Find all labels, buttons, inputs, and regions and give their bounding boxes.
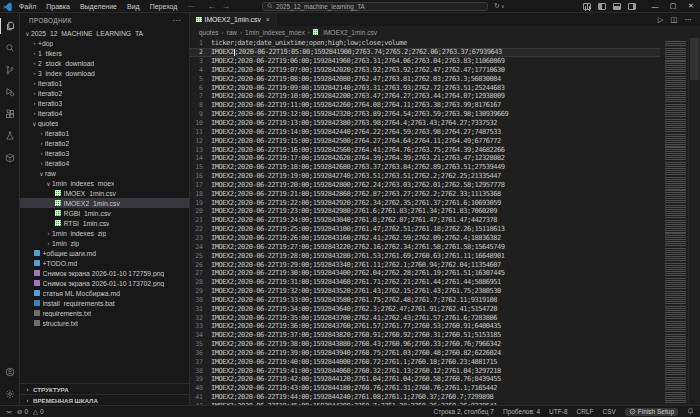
line-number[interactable]: 42 [190,402,211,405]
line-number[interactable]: 8 [190,101,211,109]
tree-item[interactable]: статья ML Мосбиржа.md [20,288,189,298]
code-line[interactable]: 30IMOEX2;2020-06-22T19:33:00;1592843580;… [190,295,660,304]
vertical-scrollbar[interactable] [688,38,700,405]
code-line[interactable]: 24IMOEX2;2020-06-22T19:27:00;1592843220;… [190,242,660,251]
code-line[interactable]: 38IMOEX2;2020-06-22T19:41:00;1592844060;… [190,366,660,375]
line-number[interactable]: 1 [190,39,211,47]
line-number[interactable]: 38 [190,367,211,375]
code-line[interactable]: 36IMOEX2;2020-06-22T19:39:00;1592843940;… [190,349,660,358]
search-icon[interactable] [0,37,20,59]
menu-overflow-icon[interactable]: ··· [182,3,199,10]
code-line[interactable]: 13IMOEX2;2020-06-22T19:16:00;1592842560;… [190,145,660,154]
tree-item[interactable]: IMOEX2_1min.csv [20,198,189,208]
line-number[interactable]: 31 [190,305,211,313]
line-number[interactable]: 13 [190,146,211,154]
notifications-bell-icon[interactable] [687,407,694,416]
line-number[interactable]: 37 [190,358,211,366]
code-line[interactable]: 16IMOEX2;2020-06-22T19:19:00;1592842740;… [190,172,660,181]
code-line[interactable]: 26IMOEX2;2020-06-22T19:29:00;1592843340;… [190,260,660,269]
tree-item[interactable]: Снимок экрана 2026-01-10 173702.png [20,278,189,288]
outline-section-header[interactable]: › СТРУКТУРА [20,383,189,394]
line-number[interactable]: 33 [190,322,211,330]
line-number[interactable]: 29 [190,287,211,295]
line-number[interactable]: 4 [190,66,211,74]
code-line[interactable]: 32IMOEX2;2020-06-22T19:35:00;1592843700;… [190,313,660,322]
code-editor[interactable]: 1ticker;date;date_unixtime;open;high;low… [190,38,700,405]
tree-item[interactable]: ›1min_indexes_zip [20,228,189,238]
tree-item[interactable]: IMOEX_1min.csv [20,188,189,198]
code-line[interactable]: 10IMOEX2;2020-06-22T19:13:00;1592842380;… [190,119,660,128]
code-line[interactable]: 7IMOEX2;2020-06-22T19:10:00;1592842200;2… [190,92,660,101]
history-back-icon[interactable]: ← [207,2,215,11]
line-number[interactable]: 21 [190,216,211,224]
encoding-status[interactable]: UTF-8 [549,408,567,415]
code-line[interactable]: 25IMOEX2;2020-06-22T19:28:00;1592843280;… [190,251,660,260]
code-line[interactable]: 11IMOEX2;2020-06-22T19:14:00;1592842440;… [190,127,660,136]
tree-item[interactable]: Снимок экрана 2026-01-10 172759.png [20,268,189,278]
code-line[interactable]: 2IMOEX2;2020-06-22T19:05:00;1592841900;2… [190,48,660,57]
code-line[interactable]: 12IMOEX2;2020-06-22T19:15:00;1592842500;… [190,136,660,145]
breadcrumb-item[interactable]: raw [227,29,237,36]
editor-more-actions-icon[interactable]: ⋯ [685,15,693,24]
account-icon[interactable] [0,361,20,383]
finish-setup-button[interactable]: Finish Setup [625,408,678,416]
tree-item[interactable]: ›+dop [20,38,189,48]
line-number[interactable]: 16 [190,172,211,180]
line-number[interactable]: 40 [190,384,211,392]
code-line[interactable]: 31IMOEX2;2020-06-22T19:34:00;1592843640;… [190,304,660,313]
tree-item[interactable]: structure.txt [20,318,189,328]
indentation-status[interactable]: Пробелов: 4 [503,408,540,415]
minimap[interactable] [663,39,687,405]
code-line[interactable]: 33IMOEX2;2020-06-22T19:36:00;1592843760;… [190,322,660,331]
tree-item[interactable]: ›iteratio1 [20,78,189,88]
code-line[interactable]: 40IMOEX2;2020-06-22T19:43:00;1592844180;… [190,384,660,393]
line-number[interactable]: 20 [190,207,211,215]
breadcrumb-item[interactable]: IMOEX2_1min.csv [313,29,377,36]
tree-item[interactable]: ∨2025_12_MACHINE_LEARNING_TA [20,28,189,38]
line-number[interactable]: 22 [190,225,211,233]
tree-item[interactable]: ›iteratio1 [20,128,189,138]
tree-item[interactable]: ›iteratio3 [20,98,189,108]
history-forward-icon[interactable]: → [221,2,229,11]
menu-go[interactable]: Переход [145,3,183,10]
line-number[interactable]: 3 [190,57,211,65]
tree-item[interactable]: +TODO.md [20,258,189,268]
tree-item[interactable]: ›iteratio4 [20,108,189,118]
breadcrumb-item[interactable]: quotes [199,29,219,36]
tree-item[interactable]: ∨1min_indexes_moex [20,178,189,188]
code-line[interactable]: 20IMOEX2;2020-06-22T19:23:00;1592842980;… [190,207,660,216]
customize-layout-icon[interactable] [583,3,591,10]
tree-item[interactable]: requirements.txt [20,308,189,318]
sync-icon[interactable]: ↻ [494,2,500,10]
tab-close-icon[interactable]: × [266,16,270,23]
code-line[interactable]: 29IMOEX2;2020-06-22T19:32:00;1592843520;… [190,287,660,296]
code-line[interactable]: 23IMOEX2;2020-06-22T19:26:00;1592843160;… [190,234,660,243]
menu-view[interactable]: Вид [122,3,145,10]
command-center-search[interactable]: 2025_12_machine_learning_TA [262,2,488,12]
line-number[interactable]: 12 [190,137,211,145]
line-number[interactable]: 32 [190,314,211,322]
tree-item[interactable]: install_requirements.bat [20,298,189,308]
code-line[interactable]: 5IMOEX2;2020-06-22T19:08:00;1592842080;2… [190,74,660,83]
timeline-section-header[interactable]: › ВРЕМЕННАЯ ШКАЛА [20,394,189,405]
code-line[interactable]: 15IMOEX2;2020-06-22T19:18:00;1592842680;… [190,163,660,172]
line-number[interactable]: 11 [190,128,211,136]
code-line[interactable]: 34IMOEX2;2020-06-22T19:37:00;1592843820;… [190,331,660,340]
toggle-secondary-sidebar-icon[interactable] [628,3,636,10]
tree-item[interactable]: ›iteratio4 [20,158,189,168]
line-number[interactable]: 35 [190,340,211,348]
code-line[interactable]: 9IMOEX2;2020-06-22T19:12:00;1592842320;2… [190,110,660,119]
line-number[interactable]: 23 [190,234,211,242]
code-line[interactable]: 1ticker;date;date_unixtime;open;high;low… [190,39,660,48]
split-editor-icon[interactable]: ◫ [670,15,677,24]
cursor-position-status[interactable]: Строка 2, столбец 7 [434,408,494,415]
code-line[interactable]: 28IMOEX2;2020-06-22T19:31:00;1592843460;… [190,278,660,287]
line-number[interactable]: 26 [190,261,211,269]
code-line[interactable]: 4IMOEX2;2020-06-22T19:07:00;1592842020;2… [190,66,660,75]
tree-item[interactable]: ›iteratio2 [20,138,189,148]
line-number[interactable]: 34 [190,331,211,339]
source-control-icon[interactable] [0,59,20,81]
line-number[interactable]: 5 [190,75,211,83]
code-line[interactable]: 18IMOEX2;2020-06-22T19:21:00;1592842860;… [190,189,660,198]
run-debug-icon[interactable] [0,81,20,103]
